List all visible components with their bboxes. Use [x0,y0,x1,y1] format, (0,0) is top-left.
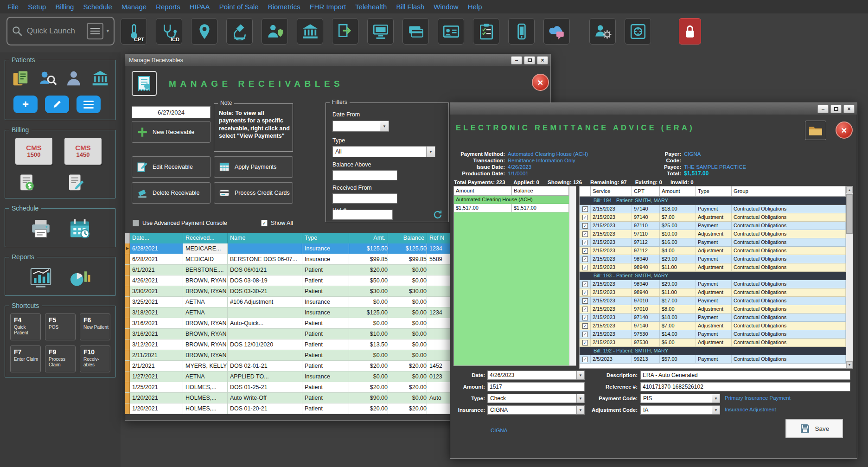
icd-codes-button[interactable]: ICD [156,18,182,45]
mobile-app-button[interactable] [508,18,535,45]
type-dropdown[interactable]: All ▼ [332,146,435,157]
print-schedule-button[interactable] [28,216,54,242]
row-checkbox-checked-icon[interactable]: ✓ [582,307,588,312]
era-detail-scrollbar[interactable]: ▲ ▼ [846,186,853,368]
row-checkbox-checked-icon[interactable]: ✓ [582,298,588,304]
row-checkbox-checked-icon[interactable]: ✓ [582,256,588,262]
user-settings-button[interactable] [589,18,616,45]
apply-payments-button[interactable]: Apply Payments [214,156,293,178]
shortcut-f7-button[interactable]: F7Enter Claim [10,345,41,372]
statement-button[interactable] [15,172,38,193]
era-detail-row[interactable]: ✓2/15/202398940$29.00PaymentContractual … [580,255,846,263]
payments-scrollbar[interactable] [569,186,576,365]
group-column-header[interactable]: Group [732,186,846,196]
process-credit-cards-button[interactable]: Process Credit Cards [214,182,293,204]
patient-receipts-button[interactable] [10,68,32,89]
patient-button[interactable] [63,68,85,89]
refresh-button[interactable] [433,210,443,220]
menu-item-billing[interactable]: Billing [51,0,78,13]
checklist-button[interactable] [473,18,499,45]
cpt-column-header[interactable]: CPT [632,186,660,196]
era-date-input[interactable] [488,372,576,378]
mr-titlebar[interactable]: Manage Receivables – × [125,54,550,66]
era-maximize-button[interactable] [830,105,842,113]
superbill-button[interactable] [64,172,87,193]
payment-row[interactable]: $1,517.00 $1,517.00 [454,204,569,212]
menu-item-point-of-sale[interactable]: Point of Sale [215,0,263,13]
adjustment-code-dropdown[interactable]: IA ▼ [640,405,720,415]
column-header-type[interactable]: Type [302,233,349,243]
column-header-date[interactable]: Date... [130,233,183,243]
column-header-amt[interactable]: Amt. [349,233,388,243]
row-checkbox-checked-icon[interactable]: ✓ [582,265,588,270]
lab-button[interactable] [226,18,253,45]
menu-item-manage[interactable]: Manage [117,0,151,13]
shortcut-f6-button[interactable]: F6New Patient [80,313,110,340]
quick-launch-caret-icon[interactable]: ▼ [106,29,110,33]
credit-cards-button[interactable] [402,18,429,45]
patient-security-button[interactable] [262,18,288,45]
column-header-recv[interactable]: Received... [183,233,228,243]
bill-group-row[interactable]: Bill: 193 - Patient: SMITH, MARY [580,272,846,280]
advanced-payment-console-checkbox[interactable]: Use Advanced Payment Console [133,220,227,226]
description-input[interactable] [641,372,850,378]
cms-1450-button[interactable]: CMS 1450 [64,138,102,165]
mr-maximize-button[interactable] [524,56,535,64]
payments-header-balance[interactable]: Balance [512,186,569,196]
date-from-input[interactable] [333,121,380,131]
menu-item-setup[interactable]: Setup [23,0,51,13]
era-close-red-button[interactable]: × [836,122,853,139]
cpt-codes-button[interactable]: CPT [121,18,147,45]
menu-item-biometrics[interactable]: Biometrics [263,0,305,13]
row-checkbox-checked-icon[interactable]: ✓ [582,206,588,212]
amount-column-header[interactable]: Amount [660,186,696,196]
bill-group-row[interactable]: Bill: 194 - Patient: SMITH, MARY [580,197,846,205]
row-checkbox-checked-icon[interactable]: ✓ [582,315,588,320]
balance-above-input[interactable] [333,171,397,180]
chevron-down-icon[interactable]: ▼ [712,406,720,414]
shortcut-f5-button[interactable]: F5POS [45,313,76,340]
payment-code-dropdown[interactable]: PIS ▼ [640,394,720,403]
vault-button[interactable] [625,18,651,45]
remote-desktop-button[interactable] [367,18,394,45]
save-button[interactable]: Save [785,419,843,438]
bank-button[interactable] [297,18,323,45]
era-detail-row[interactable]: ✓2/5/202399213$57.00PaymentContractual O… [580,355,846,364]
menu-item-schedule[interactable]: Schedule [78,0,117,13]
era-detail-row[interactable]: ✓2/15/202398940$11.00AdjustmentContractu… [580,288,846,297]
patient-search-button[interactable] [36,68,58,89]
era-detail-row[interactable]: ✓2/15/202397140$7.00AdjustmentContractua… [580,322,846,330]
location-button[interactable] [191,18,217,45]
edit-receivable-button[interactable]: Edit Receivable [132,156,211,178]
era-detail-row[interactable]: ✓2/15/202397112$16.00PaymentContractual … [580,238,846,247]
menu-item-window[interactable]: Window [429,0,463,13]
chevron-down-icon[interactable]: ▼ [426,147,435,157]
type-column-header[interactable]: Type [696,186,732,196]
era-detail-row[interactable]: ✓2/15/202397112$4.00AdjustmentContractua… [580,247,846,255]
era-detail-row[interactable]: ✓2/15/202397110$10.00AdjustmentContractu… [580,230,846,238]
row-checkbox-checked-icon[interactable]: ✓ [582,323,588,329]
patient-institution-button[interactable] [89,68,111,89]
row-checkbox-checked-icon[interactable]: ✓ [582,290,588,295]
era-detail-row[interactable]: ✓2/15/202397110$25.00PaymentContractual … [580,222,846,230]
shortcut-f4-button[interactable]: F4Quick Patient [10,313,41,340]
menu-item-reports[interactable]: Reports [151,0,185,13]
scroll-down-button[interactable]: ▼ [846,361,853,368]
reference-input[interactable] [641,384,850,390]
service-column-header[interactable]: Service [591,186,632,196]
era-type-dropdown[interactable]: Check ▼ [487,394,585,403]
patient-list-button[interactable] [77,96,101,113]
era-close-button[interactable]: × [843,105,855,113]
reports-chart-button[interactable] [28,265,54,291]
era-open-file-button[interactable] [805,121,826,140]
menu-item-file[interactable]: File [3,0,23,13]
received-from-input[interactable] [333,194,397,203]
era-detail-row[interactable]: ✓2/15/202397010$8.00AdjustmentContractua… [580,305,846,313]
row-checkbox-checked-icon[interactable]: ✓ [582,332,588,337]
delete-receivable-button[interactable]: Delete Receivable [132,182,211,204]
shortcut-f10-button[interactable]: F10Receiv-ables [80,345,110,372]
bill-group-row[interactable]: Bill: 192 - Patient: SMITH, MARY [580,347,846,355]
scroll-up-button[interactable]: ▲ [846,186,853,193]
quick-launch[interactable]: Quick Launch ▼ [6,17,115,45]
column-header-bal[interactable]: Balance [388,233,427,243]
